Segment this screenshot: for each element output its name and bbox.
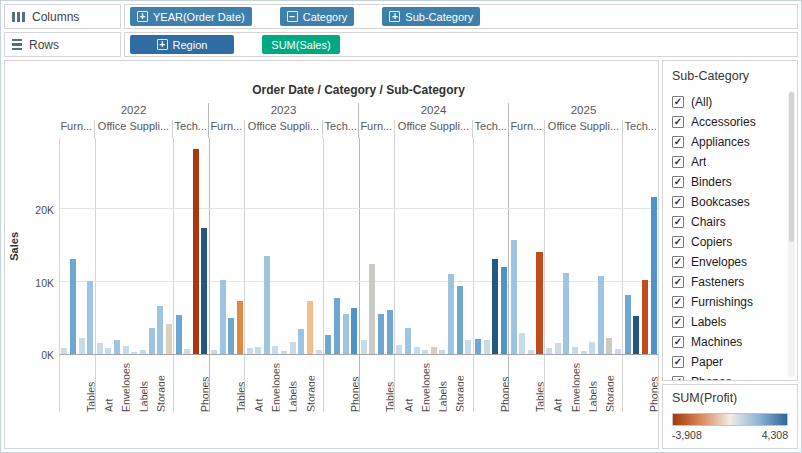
category-header[interactable]: Furn... (359, 120, 395, 138)
bar[interactable] (465, 340, 471, 354)
checkbox-checked-icon[interactable]: ✓ (672, 296, 684, 308)
x-axis-label[interactable]: Phones (500, 358, 509, 412)
bar[interactable] (272, 346, 278, 354)
category-header[interactable]: Office Suppli... (245, 120, 324, 138)
bar[interactable] (563, 273, 569, 354)
category-header[interactable]: Tech... (473, 120, 508, 138)
bar[interactable] (598, 276, 604, 354)
bar[interactable] (79, 338, 85, 354)
bar[interactable] (298, 329, 304, 354)
category-header[interactable]: Furn... (509, 120, 545, 138)
expand-icon[interactable]: + (157, 39, 168, 50)
bar[interactable] (387, 310, 393, 354)
filter-scrollbar-thumb[interactable] (789, 92, 794, 242)
bar[interactable] (228, 318, 234, 354)
filter-item[interactable]: ✓Chairs (663, 212, 797, 232)
bar[interactable] (414, 347, 420, 354)
checkbox-checked-icon[interactable]: ✓ (672, 356, 684, 368)
year-header[interactable]: 2025 (509, 103, 658, 120)
checkbox-checked-icon[interactable]: ✓ (672, 336, 684, 348)
bar[interactable] (378, 314, 384, 355)
checkbox-checked-icon[interactable]: ✓ (672, 196, 684, 208)
bar[interactable] (184, 349, 190, 354)
filter-item[interactable]: ✓Copiers (663, 232, 797, 252)
x-axis-label[interactable]: Storage (605, 358, 614, 412)
bar[interactable] (642, 280, 648, 354)
bar[interactable] (615, 349, 621, 354)
x-axis-label[interactable]: Storage (156, 358, 165, 412)
expand-icon[interactable]: + (389, 11, 400, 22)
pill-sub-category[interactable]: + Sub-Category (382, 7, 480, 26)
bar[interactable] (157, 306, 163, 354)
expand-icon[interactable]: + (137, 11, 148, 22)
bar[interactable] (176, 315, 182, 354)
x-axis-label[interactable]: Tables (86, 358, 95, 412)
category-header[interactable]: Tech... (623, 120, 658, 138)
bar[interactable] (255, 347, 261, 354)
bar[interactable] (555, 343, 561, 354)
category-header[interactable]: Tech... (323, 120, 358, 138)
x-axis-label[interactable]: Envelopes (121, 358, 130, 412)
bar[interactable] (589, 342, 595, 354)
bar[interactable] (290, 342, 296, 354)
checkbox-checked-icon[interactable]: ✓ (672, 156, 684, 168)
bar[interactable] (457, 286, 463, 354)
category-header[interactable]: Office Suppli... (395, 120, 474, 138)
x-axis-label[interactable]: Labels (438, 358, 447, 412)
x-axis-label[interactable]: Labels (588, 358, 597, 412)
category-header[interactable]: Office Suppli... (95, 120, 174, 138)
x-axis-label[interactable]: Labels (288, 358, 297, 412)
bar[interactable] (361, 340, 367, 355)
checkbox-checked-icon[interactable]: ✓ (672, 116, 684, 128)
bar[interactable] (439, 350, 445, 354)
x-axis-label[interactable]: Art (553, 358, 562, 412)
checkbox-checked-icon[interactable]: ✓ (672, 176, 684, 188)
bar[interactable] (149, 328, 155, 354)
filter-item[interactable]: ✓(All) (663, 92, 797, 112)
filter-item[interactable]: ✓Paper (663, 352, 797, 372)
x-axis-label[interactable]: Tables (236, 358, 245, 412)
bar[interactable] (193, 149, 199, 354)
filter-item[interactable]: ✓Phones (663, 372, 797, 381)
filter-item[interactable]: ✓Bookcases (663, 192, 797, 212)
checkbox-checked-icon[interactable]: ✓ (672, 136, 684, 148)
bar[interactable] (70, 259, 76, 355)
filter-scrollbar[interactable] (788, 91, 795, 377)
bar[interactable] (264, 256, 270, 354)
checkbox-checked-icon[interactable]: ✓ (672, 96, 684, 108)
filter-item[interactable]: ✓Envelopes (663, 252, 797, 272)
category-header[interactable]: Office Suppli... (545, 120, 624, 138)
bar[interactable] (528, 350, 534, 354)
category-header[interactable]: Furn... (59, 120, 95, 138)
bar[interactable] (211, 350, 217, 354)
x-axis-label[interactable]: Envelopes (571, 358, 580, 412)
bar[interactable] (546, 348, 552, 354)
bar[interactable] (220, 280, 226, 354)
bar[interactable] (140, 350, 146, 354)
bar[interactable] (351, 308, 357, 354)
year-header[interactable]: 2022 (59, 103, 209, 120)
bar[interactable] (166, 324, 172, 354)
bar[interactable] (572, 347, 578, 354)
pill-year-order-date[interactable]: + YEAR(Order Date) (130, 7, 252, 26)
filter-item[interactable]: ✓Appliances (663, 132, 797, 152)
bar[interactable] (316, 350, 322, 354)
checkbox-checked-icon[interactable]: ✓ (672, 256, 684, 268)
bar[interactable] (281, 351, 287, 354)
filter-item[interactable]: ✓Furnishings (663, 292, 797, 312)
pill-category[interactable]: − Category (280, 7, 355, 26)
checkbox-checked-icon[interactable]: ✓ (672, 316, 684, 328)
x-axis-label[interactable]: Art (404, 358, 413, 412)
bar[interactable] (123, 346, 129, 354)
bar[interactable] (536, 252, 542, 354)
bar[interactable] (201, 228, 207, 354)
bar[interactable] (633, 316, 639, 354)
category-header[interactable]: Furn... (209, 120, 245, 138)
bar[interactable] (431, 347, 437, 354)
bar[interactable] (625, 295, 631, 354)
filter-item[interactable]: ✓Binders (663, 172, 797, 192)
x-axis-label[interactable]: Art (254, 358, 263, 412)
filter-item[interactable]: ✓Fasteners (663, 272, 797, 292)
checkbox-checked-icon[interactable]: ✓ (672, 236, 684, 248)
bar[interactable] (87, 281, 93, 354)
